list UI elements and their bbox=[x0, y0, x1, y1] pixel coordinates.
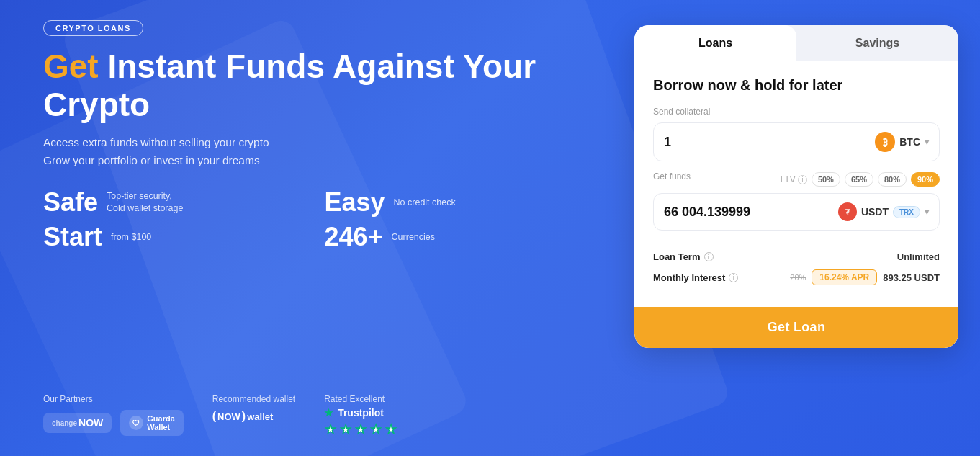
funds-currency-label: USDT bbox=[861, 206, 889, 218]
trustpilot-text: Trustpilot bbox=[338, 407, 384, 419]
monthly-interest-label: Monthly Interest i bbox=[653, 272, 738, 283]
changenow-logo: changeNOW bbox=[43, 413, 112, 433]
feature-easy-label: Easy bbox=[325, 189, 385, 215]
funds-chevron-icon: ▾ bbox=[925, 207, 929, 217]
headline-rest: Instant Funds Against Your Crypto bbox=[43, 48, 536, 123]
loan-details: Loan Term i Unlimited Monthly Interest i… bbox=[653, 241, 940, 304]
tab-savings[interactable]: Savings bbox=[796, 25, 958, 61]
interest-amount: 893.25 USDT bbox=[883, 272, 940, 283]
feature-start-desc: from $100 bbox=[111, 231, 151, 244]
star-2: ★ bbox=[339, 423, 352, 436]
trustpilot-group: Rated Excellent ★ Trustpilot ★ ★ ★ ★ ★ bbox=[324, 394, 397, 436]
collateral-currency-select[interactable]: ₿ BTC ▾ bbox=[875, 132, 929, 152]
ltv-50[interactable]: 50% bbox=[812, 172, 840, 187]
subtext: Access extra funds without selling your … bbox=[43, 134, 584, 170]
star-3: ★ bbox=[354, 423, 367, 436]
left-panel: CRYPTO LOANS Get Instant Funds Against Y… bbox=[0, 0, 620, 456]
collateral-chevron-icon: ▾ bbox=[925, 137, 929, 147]
trustpilot-stars: ★ ★ ★ ★ ★ bbox=[324, 423, 397, 436]
feature-safe-desc: Top-tier security,Cold wallet storage bbox=[107, 190, 183, 215]
ltv-info-icon[interactable]: i bbox=[798, 175, 807, 184]
funds-input[interactable] bbox=[664, 205, 838, 220]
collateral-input-group: ₿ BTC ▾ bbox=[653, 122, 940, 161]
trx-badge: TRX bbox=[893, 206, 920, 218]
feature-start: Start from $100 bbox=[43, 224, 303, 250]
usdt-icon: ₮ bbox=[838, 202, 857, 221]
guarda-logo: 🛡 GuardaWallet bbox=[120, 410, 184, 436]
subtext-line1: Access extra funds without selling your … bbox=[43, 134, 584, 152]
feature-easy-desc: No credit check bbox=[394, 197, 456, 210]
ltv-80[interactable]: 80% bbox=[878, 172, 907, 187]
ltv-label: LTV i bbox=[781, 174, 807, 184]
collateral-label: Send collateral bbox=[653, 107, 940, 117]
monthly-interest-info-icon[interactable]: i bbox=[729, 273, 738, 282]
star-5: ★ bbox=[385, 423, 397, 436]
right-panel: Loans Savings Borrow now & hold for late… bbox=[620, 0, 980, 456]
crypto-loans-badge: CRYPTO LOANS bbox=[43, 20, 143, 36]
monthly-interest-row: Monthly Interest i 20% 16.24% APR 893.25… bbox=[653, 269, 940, 285]
feature-safe-label: Safe bbox=[43, 189, 98, 215]
our-partners-group: Our Partners changeNOW 🛡 GuardaWallet bbox=[43, 394, 184, 436]
now-wallet-logo: (NOW)wallet bbox=[212, 410, 274, 423]
recommended-wallet-group: Recommended wallet (NOW)wallet bbox=[212, 394, 295, 423]
trustpilot-name: ★ Trustpilot bbox=[324, 407, 397, 419]
old-rate: 20% bbox=[790, 273, 806, 282]
now-wallet-logos: (NOW)wallet bbox=[212, 410, 295, 423]
feature-safe: Safe Top-tier security,Cold wallet stora… bbox=[43, 189, 303, 215]
btc-icon: ₿ bbox=[875, 132, 895, 152]
partners-section: Our Partners changeNOW 🛡 GuardaWallet Re… bbox=[43, 394, 584, 436]
ltv-65[interactable]: 65% bbox=[845, 172, 873, 187]
partner-logos: changeNOW 🛡 GuardaWallet bbox=[43, 410, 184, 436]
widget-tabs: Loans Savings bbox=[634, 25, 958, 61]
collateral-currency-label: BTC bbox=[899, 136, 920, 148]
funds-currency-select[interactable]: ₮ USDT TRX ▾ bbox=[838, 202, 929, 221]
subtext-line2: Grow your portfolio or invest in your dr… bbox=[43, 152, 584, 170]
funds-input-group: ₮ USDT TRX ▾ bbox=[653, 193, 940, 231]
loan-term-row: Loan Term i Unlimited bbox=[653, 251, 940, 262]
tab-loans[interactable]: Loans bbox=[634, 25, 796, 61]
ltv-90[interactable]: 90% bbox=[911, 172, 940, 187]
funds-label: Get funds bbox=[653, 171, 691, 182]
feature-currencies: 246+ Currencies bbox=[325, 224, 585, 250]
loan-term-label: Loan Term i bbox=[653, 251, 714, 262]
loan-term-info-icon[interactable]: i bbox=[704, 252, 714, 261]
guarda-name: GuardaWallet bbox=[147, 414, 175, 432]
feature-currencies-label: 246+ bbox=[325, 224, 383, 250]
trustpilot-label: Rated Excellent bbox=[324, 394, 397, 404]
ltv-options: LTV i 50% 65% 80% 90% bbox=[781, 172, 940, 187]
get-loan-button[interactable]: Get Loan bbox=[634, 307, 958, 348]
star-1: ★ bbox=[324, 423, 337, 436]
loan-widget: Loans Savings Borrow now & hold for late… bbox=[634, 25, 958, 348]
star-4: ★ bbox=[369, 423, 382, 436]
interest-badges: 20% 16.24% APR 893.25 USDT bbox=[790, 269, 940, 285]
headline-accent: Get bbox=[43, 48, 99, 85]
collateral-input[interactable] bbox=[664, 135, 875, 150]
widget-body: Borrow now & hold for later Send collate… bbox=[634, 61, 958, 304]
feature-start-label: Start bbox=[43, 224, 102, 250]
new-rate-badge: 16.24% APR bbox=[812, 269, 877, 285]
loan-term-value: Unlimited bbox=[897, 251, 940, 262]
main-headline: Get Instant Funds Against Your Crypto bbox=[43, 48, 584, 124]
our-partners-label: Our Partners bbox=[43, 394, 184, 404]
feature-easy: Easy No credit check bbox=[325, 189, 585, 215]
widget-title: Borrow now & hold for later bbox=[653, 77, 940, 94]
get-funds-header: Get funds LTV i 50% 65% 80% 90% bbox=[653, 171, 940, 187]
features-grid: Safe Top-tier security,Cold wallet stora… bbox=[43, 189, 584, 250]
main-background: CRYPTO LOANS Get Instant Funds Against Y… bbox=[0, 0, 980, 456]
feature-currencies-desc: Currencies bbox=[392, 231, 435, 244]
recommended-wallet-label: Recommended wallet bbox=[212, 394, 295, 404]
guarda-icon: 🛡 bbox=[129, 416, 143, 430]
trustpilot-icon: ★ bbox=[324, 407, 333, 419]
